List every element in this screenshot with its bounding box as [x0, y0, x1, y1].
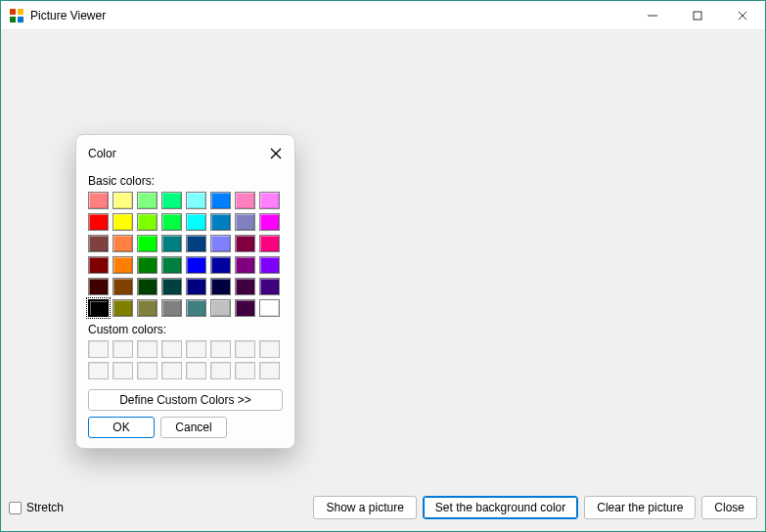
- basic-color-swatch[interactable]: [235, 192, 255, 209]
- dialog-titlebar: Color: [76, 135, 294, 174]
- basic-color-swatch[interactable]: [235, 256, 255, 274]
- basic-colors-grid: [76, 190, 280, 323]
- basic-color-swatch[interactable]: [88, 278, 109, 295]
- basic-color-swatch[interactable]: [137, 235, 158, 252]
- basic-color-swatch[interactable]: [235, 278, 255, 295]
- custom-color-swatch[interactable]: [210, 362, 231, 379]
- custom-color-swatch[interactable]: [113, 340, 133, 358]
- basic-color-swatch[interactable]: [161, 235, 182, 252]
- stretch-checkbox-wrap[interactable]: Stretch: [9, 501, 64, 514]
- basic-color-swatch[interactable]: [259, 213, 280, 231]
- basic-color-swatch[interactable]: [210, 278, 231, 295]
- custom-color-swatch[interactable]: [137, 362, 158, 379]
- close-button[interactable]: Close: [701, 496, 757, 519]
- show-picture-button[interactable]: Show a picture: [313, 496, 416, 519]
- svg-rect-0: [10, 9, 16, 15]
- clear-picture-button[interactable]: Clear the picture: [584, 496, 696, 519]
- custom-colors-label: Custom colors:: [76, 323, 294, 338]
- custom-color-swatch[interactable]: [161, 362, 182, 379]
- custom-color-swatch[interactable]: [210, 340, 231, 358]
- basic-color-swatch[interactable]: [161, 192, 182, 209]
- app-icon: [9, 8, 24, 23]
- svg-rect-3: [18, 17, 23, 22]
- basic-color-swatch[interactable]: [113, 235, 133, 252]
- basic-color-swatch[interactable]: [113, 256, 133, 274]
- custom-color-swatch[interactable]: [235, 362, 255, 379]
- basic-color-swatch[interactable]: [161, 299, 182, 317]
- svg-rect-1: [18, 9, 23, 15]
- basic-color-swatch[interactable]: [235, 213, 255, 231]
- basic-color-swatch[interactable]: [137, 213, 158, 231]
- basic-color-swatch[interactable]: [88, 235, 109, 252]
- dialog-title: Color: [88, 147, 265, 160]
- basic-color-swatch[interactable]: [210, 213, 231, 231]
- ok-button[interactable]: OK: [88, 417, 155, 438]
- close-window-button[interactable]: [720, 1, 765, 29]
- basic-color-swatch[interactable]: [113, 192, 133, 209]
- basic-color-swatch[interactable]: [113, 278, 133, 295]
- basic-color-swatch[interactable]: [88, 192, 109, 209]
- basic-color-swatch[interactable]: [235, 235, 255, 252]
- custom-color-swatch[interactable]: [161, 340, 182, 358]
- basic-color-swatch[interactable]: [259, 256, 280, 274]
- basic-color-swatch[interactable]: [137, 299, 158, 317]
- basic-color-swatch[interactable]: [186, 278, 206, 295]
- basic-color-swatch[interactable]: [186, 299, 206, 317]
- basic-color-swatch[interactable]: [259, 192, 280, 209]
- custom-color-swatch[interactable]: [235, 340, 255, 358]
- custom-colors-grid: [76, 338, 280, 387]
- basic-color-swatch[interactable]: [88, 256, 109, 274]
- dialog-close-button[interactable]: [265, 143, 287, 164]
- basic-color-swatch[interactable]: [137, 192, 158, 209]
- basic-color-swatch[interactable]: [186, 256, 206, 274]
- basic-color-swatch[interactable]: [137, 256, 158, 274]
- basic-color-swatch[interactable]: [186, 213, 206, 231]
- svg-rect-2: [10, 17, 16, 22]
- basic-color-swatch[interactable]: [210, 299, 231, 317]
- basic-color-swatch[interactable]: [88, 299, 109, 317]
- basic-color-swatch[interactable]: [113, 299, 133, 317]
- basic-color-swatch[interactable]: [235, 299, 255, 317]
- custom-color-swatch[interactable]: [113, 362, 133, 379]
- custom-color-swatch[interactable]: [259, 362, 280, 379]
- maximize-button[interactable]: [675, 1, 720, 29]
- window-controls: [630, 1, 765, 29]
- basic-color-swatch[interactable]: [161, 213, 182, 231]
- basic-color-swatch[interactable]: [210, 256, 231, 274]
- basic-color-swatch[interactable]: [161, 256, 182, 274]
- basic-colors-label: Basic colors:: [76, 174, 294, 190]
- svg-rect-5: [694, 12, 701, 20]
- basic-color-swatch[interactable]: [210, 235, 231, 252]
- content-area: Color Basic colors: Custom colors: Defin…: [1, 30, 765, 531]
- bottom-bar: Stretch Show a picture Set the backgroun…: [9, 496, 757, 519]
- stretch-label: Stretch: [26, 501, 64, 514]
- basic-color-swatch[interactable]: [186, 235, 206, 252]
- titlebar: Picture Viewer: [1, 1, 765, 30]
- custom-color-swatch[interactable]: [137, 340, 158, 358]
- basic-color-swatch[interactable]: [186, 192, 206, 209]
- set-background-color-button[interactable]: Set the background color: [423, 496, 578, 519]
- basic-color-swatch[interactable]: [210, 192, 231, 209]
- custom-color-swatch[interactable]: [88, 362, 109, 379]
- basic-color-swatch[interactable]: [113, 213, 133, 231]
- custom-color-swatch[interactable]: [186, 340, 206, 358]
- basic-color-swatch[interactable]: [137, 278, 158, 295]
- basic-color-swatch[interactable]: [259, 299, 280, 317]
- color-dialog: Color Basic colors: Custom colors: Defin…: [75, 134, 295, 449]
- custom-color-swatch[interactable]: [259, 340, 280, 358]
- dialog-buttons: OK Cancel: [76, 417, 294, 438]
- basic-color-swatch[interactable]: [88, 213, 109, 231]
- basic-color-swatch[interactable]: [259, 235, 280, 252]
- minimize-button[interactable]: [630, 1, 675, 29]
- window-title: Picture Viewer: [30, 9, 630, 22]
- define-custom-colors-button[interactable]: Define Custom Colors >>: [88, 389, 283, 411]
- cancel-button[interactable]: Cancel: [160, 417, 227, 438]
- main-window: Picture Viewer Color Basic colors:: [0, 0, 766, 532]
- basic-color-swatch[interactable]: [161, 278, 182, 295]
- custom-color-swatch[interactable]: [88, 340, 109, 358]
- basic-color-swatch[interactable]: [259, 278, 280, 295]
- custom-color-swatch[interactable]: [186, 362, 206, 379]
- stretch-checkbox[interactable]: [9, 502, 22, 514]
